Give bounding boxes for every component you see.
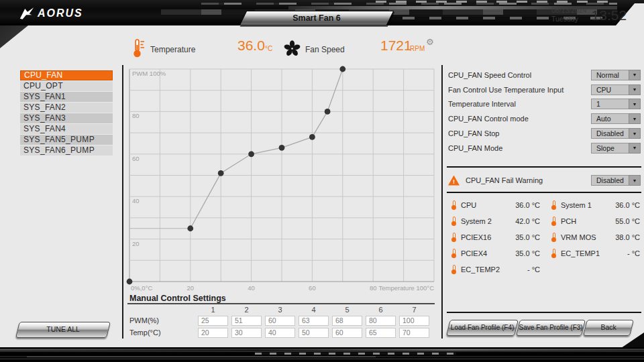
setting-dropdown[interactable]: Slope▼ bbox=[591, 143, 641, 154]
chevron-down-icon[interactable]: ▼ bbox=[629, 175, 641, 186]
fail-warning-dropdown-value: Disabled bbox=[591, 175, 629, 186]
temp-reading-item: EC_TEMP2- °C bbox=[451, 261, 540, 278]
fan-list-item[interactable]: SYS_FAN3 bbox=[20, 113, 113, 123]
warning-icon: ! bbox=[448, 176, 460, 186]
setting-dropdown[interactable]: Normal▼ bbox=[591, 70, 641, 80]
fan-settings-gear-icon[interactable]: ⚙ bbox=[426, 37, 434, 47]
pwm-input[interactable] bbox=[198, 316, 228, 326]
fan-list-item[interactable]: SYS_FAN6_PUMP bbox=[20, 145, 113, 156]
fan-curve-point[interactable] bbox=[187, 225, 193, 231]
fan-list: CPU_FANCPU_OPTSYS_FAN1SYS_FAN2SYS_FAN3SY… bbox=[20, 70, 113, 156]
manual-col-headers: 1234567 bbox=[198, 306, 429, 314]
chevron-down-icon[interactable]: ▼ bbox=[629, 99, 641, 109]
load-profile-button[interactable]: Load Fan Profile (F4) bbox=[446, 320, 519, 336]
divider-right bbox=[441, 65, 443, 339]
temp-reading-item: EC_TEMP1- °C bbox=[551, 245, 640, 261]
point-column-header: 1 bbox=[198, 306, 228, 314]
fan-curve-point[interactable] bbox=[339, 66, 345, 72]
thermometer-mini-icon bbox=[451, 217, 457, 226]
fan-speed-unit: RPM bbox=[410, 45, 425, 52]
fan-curve-chart[interactable]: PWM 100%80604020204060800%,0°CTemperatur… bbox=[125, 65, 440, 296]
setting-dropdown[interactable]: Auto▼ bbox=[591, 113, 641, 124]
point-column-header: 4 bbox=[299, 306, 329, 314]
panel-divider-3 bbox=[447, 312, 641, 313]
temp-reading-label: CPU bbox=[461, 201, 511, 209]
chevron-down-icon[interactable]: ▼ bbox=[629, 128, 641, 139]
point-column-header: 7 bbox=[399, 306, 429, 314]
temp-reading-value: 55.0 °C bbox=[615, 217, 640, 225]
temp-reading-item: VRM MOS38.0 °C bbox=[551, 229, 640, 245]
thermometer-mini-icon bbox=[451, 265, 457, 274]
aorus-logo: AORUS bbox=[19, 6, 83, 20]
fan-list-item[interactable]: CPU_OPT bbox=[20, 81, 113, 91]
fan-icon bbox=[283, 40, 301, 58]
temp-reading-item: System 242.0 °C bbox=[451, 213, 540, 229]
save-profile-button[interactable]: Save Fan Profile (F3) bbox=[516, 320, 586, 336]
thermometer-mini-icon bbox=[451, 233, 457, 242]
fan-list-item[interactable]: SYS_FAN5_PUMP bbox=[20, 135, 113, 145]
aorus-falcon-icon bbox=[19, 6, 35, 20]
fail-warning-row: ! CPU_FAN Fail Warning Disabled ▼ bbox=[448, 170, 641, 190]
chevron-down-icon[interactable]: ▼ bbox=[629, 70, 641, 80]
point-column-header: 5 bbox=[332, 306, 362, 314]
fan-speed-value: 1721 bbox=[380, 38, 412, 54]
pwm-input[interactable] bbox=[399, 316, 429, 326]
setting-dropdown-value: Disabled bbox=[591, 128, 629, 139]
setting-dropdown-value: Auto bbox=[591, 113, 629, 124]
date-text: 08/13/2024 bbox=[551, 6, 587, 15]
chevron-down-icon[interactable]: ▼ bbox=[629, 84, 641, 95]
panel-divider-1 bbox=[447, 166, 641, 168]
temp-input[interactable] bbox=[299, 328, 329, 338]
footer-texture bbox=[0, 349, 644, 351]
fan-curve-point[interactable] bbox=[218, 170, 224, 176]
fan-list-item[interactable]: SYS_FAN1 bbox=[20, 92, 113, 102]
fan-list-item[interactable]: CPU_FAN bbox=[20, 70, 113, 80]
pwm-input[interactable] bbox=[299, 316, 329, 326]
back-button[interactable]: Back bbox=[583, 320, 634, 336]
temp-input[interactable] bbox=[265, 328, 295, 338]
temp-reading-item: PCIEX1635.0 °C bbox=[451, 229, 540, 245]
brand-text: AORUS bbox=[38, 7, 83, 19]
tune-all-button[interactable]: TUNE ALL bbox=[15, 322, 111, 338]
pwm-input[interactable] bbox=[332, 316, 362, 326]
temp-reading-value: - °C bbox=[627, 249, 640, 257]
temp-reading-label: System 1 bbox=[561, 201, 611, 209]
setting-dropdown[interactable]: 1▼ bbox=[591, 99, 641, 109]
point-column-header: 3 bbox=[265, 306, 295, 314]
pwm-input[interactable] bbox=[231, 316, 262, 326]
divider-left bbox=[122, 65, 123, 339]
chart-label: 80 bbox=[132, 112, 140, 119]
setting-dropdown[interactable]: CPU▼ bbox=[591, 84, 641, 95]
chevron-down-icon[interactable]: ▼ bbox=[629, 143, 641, 154]
weekday-text: Tuesday bbox=[551, 15, 587, 23]
temp-input[interactable] bbox=[332, 328, 362, 338]
setting-label: CPU_FAN Speed Control bbox=[448, 71, 531, 79]
fan-curve-point[interactable] bbox=[325, 109, 331, 115]
chart-label: 60 bbox=[309, 284, 316, 292]
point-column-header: 2 bbox=[231, 306, 262, 314]
page-title-banner: Smart Fan 6 bbox=[239, 11, 394, 25]
temp-reading-label: VRM MOS bbox=[561, 233, 611, 241]
fan-curve-point[interactable] bbox=[248, 151, 254, 157]
fan-list-item[interactable]: SYS_FAN2 bbox=[20, 103, 113, 113]
fan-curve-point[interactable] bbox=[279, 145, 285, 151]
setting-dropdown[interactable]: Disabled▼ bbox=[591, 128, 641, 139]
chevron-down-icon[interactable]: ▼ bbox=[629, 113, 641, 124]
fail-warning-dropdown[interactable]: Disabled ▼ bbox=[591, 175, 641, 186]
temp-reading-label: EC_TEMP1 bbox=[561, 249, 623, 257]
temp-input[interactable] bbox=[231, 328, 262, 338]
temp-input[interactable] bbox=[366, 328, 396, 338]
temp-input[interactable] bbox=[198, 328, 228, 338]
pwm-input[interactable] bbox=[265, 316, 295, 326]
setting-label: CPU_FAN Mode bbox=[448, 144, 502, 152]
temp-reading-value: 38.0 °C bbox=[615, 233, 640, 241]
header-corner-wedge bbox=[0, 25, 28, 48]
pwm-input[interactable] bbox=[366, 316, 396, 326]
fan-curve-point[interactable] bbox=[309, 134, 315, 140]
chart-label: PWM 100% bbox=[132, 70, 166, 77]
temp-input[interactable] bbox=[399, 328, 429, 338]
thermometer-mini-icon bbox=[551, 233, 557, 242]
fan-list-item[interactable]: SYS_FAN4 bbox=[20, 124, 113, 134]
fail-warning-label: CPU_FAN Fail Warning bbox=[466, 176, 543, 184]
time-text: 13:52 bbox=[592, 6, 627, 24]
